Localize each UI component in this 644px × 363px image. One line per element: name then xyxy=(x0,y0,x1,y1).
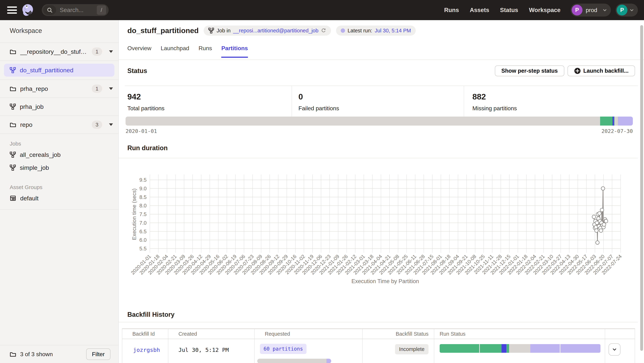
svg-text:2021-08-01: 2021-08-01 xyxy=(421,254,443,276)
bar-segment-lavender xyxy=(560,344,600,353)
job-icon xyxy=(10,104,16,110)
svg-text:2021-12-15: 2021-12-15 xyxy=(489,254,512,276)
chevron-down-icon xyxy=(602,8,607,12)
sidebar-item-label: repo xyxy=(20,121,88,128)
svg-text:8.0: 8.0 xyxy=(140,203,146,208)
bar-segment-green xyxy=(440,344,479,353)
backfill-id-link[interactable]: jozrgsbh xyxy=(122,347,160,353)
sidebar-item-simple_job[interactable]: simple_job xyxy=(10,161,118,174)
svg-text:2020-06-19: 2020-06-19 xyxy=(216,254,238,276)
caret-down-icon[interactable] xyxy=(109,50,113,53)
bar-segment-lavender xyxy=(618,116,633,126)
folder-icon xyxy=(10,86,16,92)
filter-button[interactable]: Filter xyxy=(86,348,110,360)
folder-icon xyxy=(10,122,16,128)
show-per-step-status-button[interactable]: Show per-step status xyxy=(495,66,564,76)
requested-progress-bar xyxy=(257,359,331,363)
tab-launchpad[interactable]: Launchpad xyxy=(161,45,189,58)
sidebar-item-default[interactable]: default xyxy=(10,192,118,205)
tab-partitions[interactable]: Partitions xyxy=(221,45,248,58)
svg-text:2020-08-26: 2020-08-26 xyxy=(250,254,272,276)
item-count-badge: 3 xyxy=(92,120,102,129)
sidebar-item-prha_repo[interactable]: prha_repo1 xyxy=(0,80,118,98)
nav-link-runs[interactable]: Runs xyxy=(444,7,459,14)
partition-stats: 942 Total partitions 0 Failed partitions… xyxy=(125,86,638,119)
tab-overview[interactable]: Overview xyxy=(127,45,151,58)
sidebar-item-repo[interactable]: repo3 xyxy=(0,116,118,134)
svg-text:2021-06-28: 2021-06-28 xyxy=(404,254,426,276)
svg-text:2021-04-21: 2021-04-21 xyxy=(370,254,392,276)
job-icon xyxy=(10,164,16,171)
sidebar-item-all_cereals_job[interactable]: all_cereals_job xyxy=(10,148,118,161)
folder-icon xyxy=(10,351,16,358)
svg-text:2021-03-18: 2021-03-18 xyxy=(352,254,374,276)
bar-segment-green xyxy=(600,116,612,126)
svg-text:2022-06-03: 2022-06-03 xyxy=(575,254,597,276)
svg-text:2021-11-11: 2021-11-11 xyxy=(473,254,494,275)
svg-text:7.5: 7.5 xyxy=(140,211,146,217)
deployment-switcher[interactable]: P prod xyxy=(570,4,611,16)
sidebar-item-__repository__do_stuff_partitio...[interactable]: __repository__do_stuff_partitio...1 xyxy=(0,43,118,61)
search-icon xyxy=(43,5,56,15)
section-divider xyxy=(119,158,638,158)
svg-text:2021-05-08: 2021-05-08 xyxy=(378,254,400,276)
backfill-status-badge: Incomplete xyxy=(395,344,428,354)
svg-text:2020-07-06: 2020-07-06 xyxy=(224,254,246,276)
refresh-icon[interactable] xyxy=(321,28,326,33)
latest-run-link[interactable]: Jul 30, 5:14 PM xyxy=(375,28,411,34)
bar-segment-blue xyxy=(502,344,506,353)
svg-text:2021-04-04: 2021-04-04 xyxy=(361,254,383,276)
launch-backfill-button[interactable]: Launch backfill... xyxy=(568,66,635,76)
svg-text:6.0: 6.0 xyxy=(140,237,146,243)
stat-value: 942 xyxy=(127,92,292,102)
sidebar-item-label: all_cereals_job xyxy=(20,151,60,158)
svg-text:2020-02-21: 2020-02-21 xyxy=(156,254,178,276)
svg-text:8.5: 8.5 xyxy=(140,194,146,200)
partition-range-end: 2022-07-30 xyxy=(601,128,633,134)
bar-segment-bar_gray xyxy=(614,116,618,126)
svg-text:2020-03-09: 2020-03-09 xyxy=(164,254,186,276)
caret-down-icon[interactable] xyxy=(109,88,113,90)
vertical-scrollbar[interactable] xyxy=(640,25,643,351)
run-status-bar[interactable] xyxy=(440,344,600,353)
svg-text:2021-02-12: 2021-02-12 xyxy=(335,254,358,276)
svg-text:2022-01-18: 2022-01-18 xyxy=(506,254,529,276)
svg-text:2022-07-07: 2022-07-07 xyxy=(592,254,614,276)
svg-text:Execution Time by Partition: Execution Time by Partition xyxy=(352,278,419,284)
nav-link-assets[interactable]: Assets xyxy=(470,7,489,14)
partition-status-bar[interactable] xyxy=(126,116,633,126)
bar-segment-lavender xyxy=(530,344,560,353)
svg-text:2020-03-26: 2020-03-26 xyxy=(173,254,195,276)
status-section-title: Status xyxy=(127,67,147,75)
item-count-badge: 1 xyxy=(92,48,102,56)
svg-text:2022-01-01: 2022-01-01 xyxy=(498,254,520,276)
dagster-logo-icon[interactable] xyxy=(21,3,34,17)
job-origin-prefix: Job in xyxy=(216,28,230,34)
sidebar-item-label: __repository__do_stuff_partitio... xyxy=(20,48,88,55)
user-menu[interactable]: P xyxy=(616,4,638,16)
backfill-history-table: Backfill Id Created Requested Backfill S… xyxy=(122,328,635,363)
svg-text:2020-11-19: 2020-11-19 xyxy=(293,254,315,276)
sidebar-item-prha_job[interactable]: prha_job xyxy=(0,98,118,116)
workspace-sidebar: Workspace __repository__do_stuff_partiti… xyxy=(0,20,119,363)
bar-segment-green xyxy=(479,344,502,353)
caret-down-icon[interactable] xyxy=(109,124,113,126)
svg-text:2022-05-17: 2022-05-17 xyxy=(566,254,588,276)
sidebar-item-do_stuff_partitioned[interactable]: do_stuff_partitioned xyxy=(0,61,118,80)
tab-bar: Overview Launchpad Runs Partitions xyxy=(127,45,248,58)
nav-link-workspace[interactable]: Workspace xyxy=(529,7,560,14)
backfill-history-title: Backfill History xyxy=(127,311,174,318)
search-input[interactable]: Search... / xyxy=(42,4,109,16)
tab-runs[interactable]: Runs xyxy=(198,45,212,58)
row-expand-button[interactable] xyxy=(608,344,620,356)
job-origin-link[interactable]: __reposi...artitioned@partitioned_job xyxy=(233,28,318,34)
svg-text:2021-01-09: 2021-01-09 xyxy=(318,254,340,276)
section-divider xyxy=(119,322,638,322)
svg-text:2020-04-12: 2020-04-12 xyxy=(181,254,204,276)
sidebar-item-label: prha_repo xyxy=(20,85,88,92)
hamburger-menu-icon[interactable] xyxy=(7,6,17,14)
requested-partitions-badge[interactable]: 60 partitions xyxy=(260,344,306,354)
table-row: jozrgsbh Jul 30, 5:12 PM 60 partitions 2… xyxy=(122,339,635,363)
nav-link-status[interactable]: Status xyxy=(500,7,518,14)
asset-group-icon xyxy=(10,195,16,202)
